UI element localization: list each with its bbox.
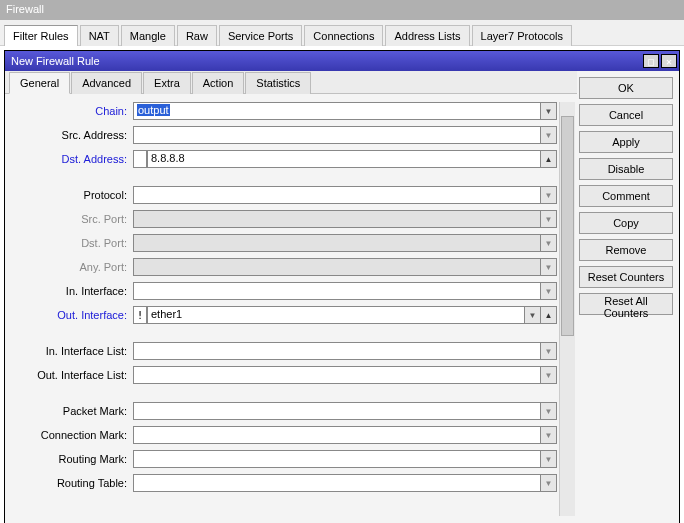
- label-srcAddress: Src. Address:: [13, 129, 133, 141]
- label-dstAddress: Dst. Address:: [13, 153, 133, 165]
- label-routingMark: Routing Mark:: [13, 453, 133, 465]
- input-srcAddress[interactable]: [133, 126, 541, 144]
- label-dstPort: Dst. Port:: [13, 237, 133, 249]
- row-srcPort: Src. Port:: [13, 210, 557, 228]
- copy-button[interactable]: Copy: [579, 212, 673, 234]
- row-anyPort: Any. Port:: [13, 258, 557, 276]
- dialog-tab-extra[interactable]: Extra: [143, 72, 191, 94]
- row-dstAddress: Dst. Address:8.8.8.8: [13, 150, 557, 168]
- dropdown-outInterface[interactable]: [525, 306, 541, 324]
- expand-inInterfaceList[interactable]: [541, 342, 557, 360]
- input-chain[interactable]: output: [133, 102, 541, 120]
- label-chain: Chain:: [13, 105, 133, 117]
- dialog-buttons: OKCancelApplyDisableCommentCopyRemoveRes…: [577, 71, 679, 523]
- ok-button[interactable]: OK: [579, 77, 673, 99]
- expand-routingTable[interactable]: [541, 474, 557, 492]
- expand-srcAddress[interactable]: [541, 126, 557, 144]
- expand-srcPort[interactable]: [541, 210, 557, 228]
- label-outInterface: Out. Interface:: [13, 309, 133, 321]
- dialog-tab-statistics[interactable]: Statistics: [245, 72, 311, 94]
- input-inInterface[interactable]: [133, 282, 541, 300]
- reset-all-counters-button[interactable]: Reset All Counters: [579, 293, 673, 315]
- input-srcPort: [133, 210, 541, 228]
- collapse-outInterface[interactable]: [541, 306, 557, 324]
- row-inInterfaceList: In. Interface List:: [13, 342, 557, 360]
- main-tab-filter-rules[interactable]: Filter Rules: [4, 25, 78, 46]
- row-srcAddress: Src. Address:: [13, 126, 557, 144]
- cancel-button[interactable]: Cancel: [579, 104, 673, 126]
- form-fields: Chain:outputSrc. Address:Dst. Address:8.…: [13, 102, 557, 516]
- row-routingTable: Routing Table:: [13, 474, 557, 492]
- input-dstAddress[interactable]: 8.8.8.8: [147, 150, 541, 168]
- expand-anyPort[interactable]: [541, 258, 557, 276]
- scrollbar[interactable]: [559, 102, 575, 516]
- main-tab-connections[interactable]: Connections: [304, 25, 383, 46]
- input-packetMark[interactable]: [133, 402, 541, 420]
- input-inInterfaceList[interactable]: [133, 342, 541, 360]
- main-tab-mangle[interactable]: Mangle: [121, 25, 175, 46]
- comment-button[interactable]: Comment: [579, 185, 673, 207]
- row-connectionMark: Connection Mark:: [13, 426, 557, 444]
- dialog-titlebar: New Firewall Rule □ ✕: [5, 51, 679, 71]
- label-connectionMark: Connection Mark:: [13, 429, 133, 441]
- minimize-button[interactable]: □: [643, 54, 659, 68]
- label-outInterfaceList: Out. Interface List:: [13, 369, 133, 381]
- label-srcPort: Src. Port:: [13, 213, 133, 225]
- input-outInterfaceList[interactable]: [133, 366, 541, 384]
- input-protocol[interactable]: [133, 186, 541, 204]
- main-tab-raw[interactable]: Raw: [177, 25, 217, 46]
- main-tabs: Filter RulesNATMangleRawService PortsCon…: [0, 20, 684, 46]
- input-dstPort: [133, 234, 541, 252]
- main-tab-service-ports[interactable]: Service Ports: [219, 25, 302, 46]
- expand-packetMark[interactable]: [541, 402, 557, 420]
- input-routingMark[interactable]: [133, 450, 541, 468]
- dialog-tab-general[interactable]: General: [9, 72, 70, 94]
- label-routingTable: Routing Table:: [13, 477, 133, 489]
- expand-inInterface[interactable]: [541, 282, 557, 300]
- input-anyPort: [133, 258, 541, 276]
- row-outInterfaceList: Out. Interface List:: [13, 366, 557, 384]
- input-connectionMark[interactable]: [133, 426, 541, 444]
- row-routingMark: Routing Mark:: [13, 450, 557, 468]
- main-tab-layer7-protocols[interactable]: Layer7 Protocols: [472, 25, 573, 46]
- expand-protocol[interactable]: [541, 186, 557, 204]
- disable-button[interactable]: Disable: [579, 158, 673, 180]
- collapse-dstAddress[interactable]: [541, 150, 557, 168]
- row-packetMark: Packet Mark:: [13, 402, 557, 420]
- dialog-tab-action[interactable]: Action: [192, 72, 245, 94]
- window-title: Firewall: [0, 0, 684, 20]
- expand-routingMark[interactable]: [541, 450, 557, 468]
- dialog: New Firewall Rule □ ✕ GeneralAdvancedExt…: [4, 50, 680, 523]
- expand-outInterfaceList[interactable]: [541, 366, 557, 384]
- label-protocol: Protocol:: [13, 189, 133, 201]
- label-inInterfaceList: In. Interface List:: [13, 345, 133, 357]
- expand-dstPort[interactable]: [541, 234, 557, 252]
- label-inInterface: In. Interface:: [13, 285, 133, 297]
- dialog-tabs: GeneralAdvancedExtraActionStatistics: [5, 71, 577, 94]
- input-routingTable[interactable]: [133, 474, 541, 492]
- input-outInterface[interactable]: ether1: [147, 306, 525, 324]
- row-protocol: Protocol:: [13, 186, 557, 204]
- dialog-tab-advanced[interactable]: Advanced: [71, 72, 142, 94]
- label-packetMark: Packet Mark:: [13, 405, 133, 417]
- close-button[interactable]: ✕: [661, 54, 677, 68]
- main-tab-address-lists[interactable]: Address Lists: [385, 25, 469, 46]
- dropdown-chain[interactable]: [541, 102, 557, 120]
- window-title-text: Firewall: [6, 3, 44, 15]
- negate-dstAddress[interactable]: [133, 150, 147, 168]
- row-dstPort: Dst. Port:: [13, 234, 557, 252]
- reset-counters-button[interactable]: Reset Counters: [579, 266, 673, 288]
- expand-connectionMark[interactable]: [541, 426, 557, 444]
- label-anyPort: Any. Port:: [13, 261, 133, 273]
- main-tab-nat[interactable]: NAT: [80, 25, 119, 46]
- row-chain: Chain:output: [13, 102, 557, 120]
- dialog-title: New Firewall Rule: [11, 55, 100, 67]
- remove-button[interactable]: Remove: [579, 239, 673, 261]
- row-inInterface: In. Interface:: [13, 282, 557, 300]
- negate-outInterface[interactable]: !: [133, 306, 147, 324]
- apply-button[interactable]: Apply: [579, 131, 673, 153]
- scrollbar-thumb[interactable]: [561, 116, 574, 336]
- row-outInterface: Out. Interface:!ether1: [13, 306, 557, 324]
